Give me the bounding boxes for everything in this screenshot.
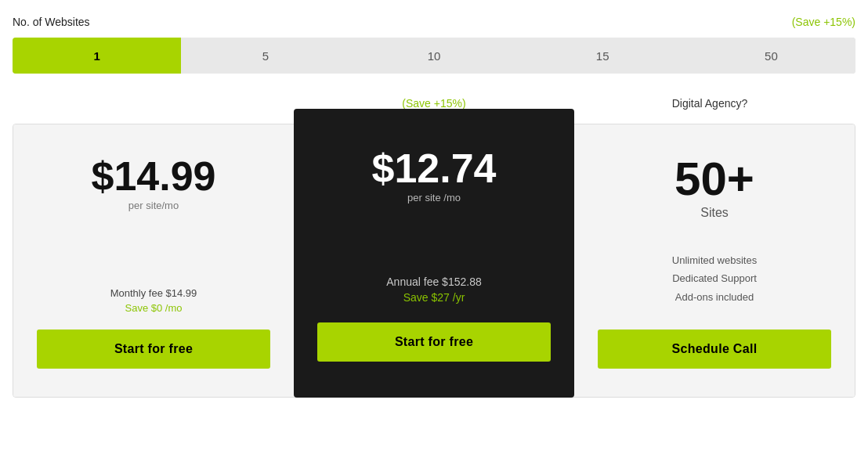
monthly-price-sub: per site/mo [128,200,179,211]
enterprise-feature-2: Dedicated Support [672,269,757,287]
enterprise-sites-label: Sites [700,206,729,220]
monthly-price: $14.99 [91,156,215,196]
digital-agency-label: Digital Agency? [572,97,848,110]
monthly-card: $14.99 per site/mo Monthly fee $14.99 Sa… [13,124,294,397]
annual-start-button[interactable]: Start for free [317,322,551,362]
enterprise-feature-3: Add-ons included [672,288,757,306]
pricing-cards: $14.99 per site/mo Monthly fee $14.99 Sa… [13,124,855,398]
monthly-save-text: Save $0 /mo [125,302,183,314]
top-bar: No. of Websites (Save +15%) [13,16,855,28]
monthly-fee-text: Monthly fee $14.99 [110,287,197,299]
enterprise-price: 50+ [675,156,754,203]
slider-segment-10[interactable]: 10 [349,38,518,74]
annual-card: $12.74 per site /mo Annual fee $152.88 S… [294,109,574,398]
annual-fee-text: Annual fee $152.88 [386,276,481,288]
annual-save-text: Save $27 /yr [403,291,465,304]
annual-save-badge: (Save +15%) [296,97,572,110]
website-count-slider[interactable]: 1 5 10 15 50 [13,38,855,74]
schedule-call-button[interactable]: Schedule Call [598,330,831,369]
slider-segment-50[interactable]: 50 [687,38,855,74]
slider-segment-5[interactable]: 5 [181,38,349,74]
sub-labels-row: (Save +15%) Digital Agency? [13,97,855,110]
enterprise-feature-1: Unlimited websites [672,251,757,269]
websites-label: No. of Websites [13,16,90,28]
enterprise-features: Unlimited websites Dedicated Support Add… [672,251,757,306]
save-badge-top: (Save +15%) [792,16,855,28]
annual-price: $12.74 [371,148,496,189]
slider-segment-15[interactable]: 15 [519,38,687,74]
enterprise-card: 50+ Sites Unlimited websites Dedicated S… [574,124,855,397]
annual-price-sub: per site /mo [407,192,461,203]
slider-segment-1[interactable]: 1 [13,38,181,74]
monthly-start-button[interactable]: Start for free [37,330,270,369]
